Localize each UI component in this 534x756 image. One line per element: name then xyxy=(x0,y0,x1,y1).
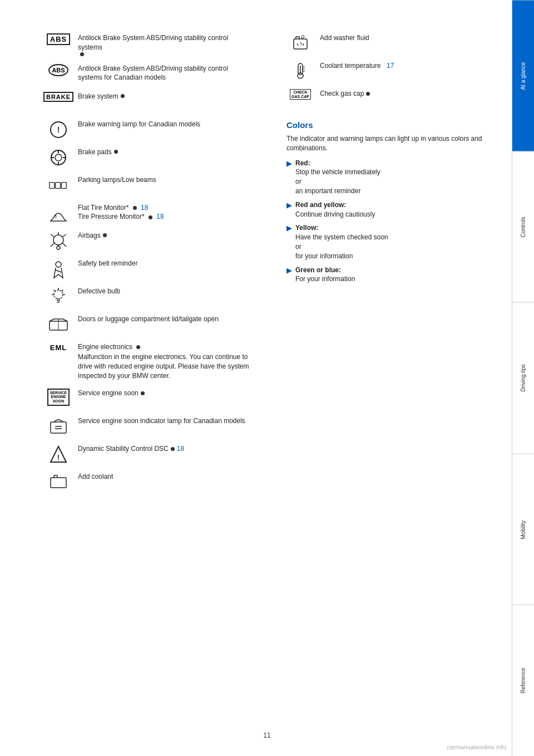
abs-canadian-icon: ABS xyxy=(44,64,72,76)
color-item-yellow: ▶ Yellow: Have the system checked soon o… xyxy=(286,223,495,261)
abs-text: Antilock Brake System ABS/Driving stabil… xyxy=(78,33,253,56)
list-item: Parking lamps/Low beams xyxy=(44,175,253,195)
svg-point-49 xyxy=(298,73,303,78)
airbags-text: Airbags xyxy=(78,231,253,240)
seatbelt-text: Safety belt reminder xyxy=(78,259,253,268)
svg-point-20 xyxy=(56,262,61,267)
washer-fluid-text: Add washer fluid xyxy=(320,33,495,43)
svg-text:!: ! xyxy=(55,214,57,219)
sidebar-tab-reference[interactable]: Reference xyxy=(512,605,534,756)
coolant-temp-icon xyxy=(286,61,314,81)
list-item: Coolant temperature 17 xyxy=(286,61,495,81)
list-item: SERVICEENGINESOON Service engine soon xyxy=(44,389,253,409)
list-item: ! Flat Tire Monitor* 18 Tire Pressure Mo… xyxy=(44,203,253,223)
doors-icon xyxy=(44,315,72,335)
defective-bulb-text: Defective bulb xyxy=(78,287,253,296)
brake-pads-icon xyxy=(44,148,72,168)
svg-rect-36 xyxy=(51,422,66,433)
page-container: ABS Antilock Brake System ABS/Driving st… xyxy=(0,0,534,756)
color-item-red: ▶ Red: Stop the vehicle immediately or a… xyxy=(286,159,495,196)
svg-line-26 xyxy=(62,289,63,291)
list-item: Doors or luggage compartment lid/tailgat… xyxy=(44,315,253,335)
svg-line-13 xyxy=(51,234,54,237)
list-item: EML Engine electronics Malfunction in th… xyxy=(44,342,253,381)
abs-canadian-text: Antilock Brake System ABS/Driving stabil… xyxy=(78,64,253,83)
list-item: CHECKGAS CAP Check gas cap xyxy=(286,89,495,109)
brake-text: Brake system xyxy=(78,92,253,101)
eml-icon: EML xyxy=(44,343,72,352)
svg-rect-10 xyxy=(61,182,66,188)
main-content: ABS Antilock Brake System ABS/Driving st… xyxy=(0,0,512,756)
svg-text:!: ! xyxy=(57,453,60,462)
left-column: ABS Antilock Brake System ABS/Driving st… xyxy=(44,33,264,723)
svg-point-3 xyxy=(55,154,62,161)
airbag-icon xyxy=(44,231,72,251)
eml-text: Engine electronics Malfunction in the en… xyxy=(78,342,253,381)
tire-text: Flat Tire Monitor* 18 Tire Pressure Moni… xyxy=(78,203,253,222)
svg-line-45 xyxy=(297,43,298,46)
svg-point-12 xyxy=(53,235,63,245)
list-item: BRAKE Brake system xyxy=(44,92,253,112)
parking-lamps-icon xyxy=(44,175,72,195)
color-text-green-blue: Green or blue: For your information xyxy=(295,266,355,284)
color-arrow-green-blue: ▶ xyxy=(286,266,292,274)
sidebar-tab-at-a-glance[interactable]: At a glance xyxy=(512,0,534,151)
check-gas-cap-icon: CHECKGAS CAP xyxy=(286,89,314,100)
svg-rect-8 xyxy=(50,182,55,188)
dsc-text: Dynamic Stability Control DSC 18 xyxy=(78,444,253,454)
svg-line-14 xyxy=(51,243,54,247)
washer-fluid-icon xyxy=(286,33,314,53)
parking-lamps-text: Parking lamps/Low beams xyxy=(78,175,253,185)
coolant-temp-text: Coolant temperature 17 xyxy=(320,61,495,71)
svg-line-46 xyxy=(300,42,301,45)
svg-point-18 xyxy=(57,246,60,249)
svg-line-15 xyxy=(63,234,66,237)
brake-warning-canadian-icon: ! xyxy=(44,120,72,140)
color-item-red-yellow: ▶ Red and yellow: Continue driving cauti… xyxy=(286,200,495,219)
seatbelt-icon xyxy=(44,259,72,279)
sidebar-tab-driving-tips[interactable]: Driving tips xyxy=(512,302,534,454)
color-text-red-yellow: Red and yellow: Continue driving cautiou… xyxy=(295,200,375,219)
list-item: Brake pads xyxy=(44,148,253,168)
svg-rect-44 xyxy=(294,39,307,49)
list-item: Add washer fluid xyxy=(286,33,495,53)
defective-bulb-icon xyxy=(44,287,72,307)
list-item: ! Brake warning lamp for Canadian models xyxy=(44,120,253,140)
service-engine-canadian-icon xyxy=(44,416,72,436)
list-item: ! Dynamic Stability Control DSC 18 xyxy=(44,444,253,464)
sidebar-tab-mobility[interactable]: Mobility xyxy=(512,454,534,605)
list-item: Service engine soon indicator lamp for C… xyxy=(44,416,253,436)
sidebar: At a glance Controls Driving tips Mobili… xyxy=(512,0,534,756)
brake-warning-text: Brake warning lamp for Canadian models xyxy=(78,120,253,129)
colors-section: Colors The indicator and warning lamps c… xyxy=(286,120,495,284)
color-item-green-blue: ▶ Green or blue: For your information xyxy=(286,266,495,284)
color-text-red: Red: Stop the vehicle immediately or an … xyxy=(295,159,380,196)
right-column: Add washer fluid Coolant tempera xyxy=(281,33,495,723)
color-text-yellow: Yellow: Have the system checked soon or … xyxy=(295,223,388,261)
check-gas-cap-text: Check gas cap xyxy=(320,89,495,99)
list-item: Add coolant xyxy=(44,472,253,492)
list-item: ABS Antilock Brake System ABS/Driving st… xyxy=(44,33,253,56)
abs-icon: ABS xyxy=(44,33,72,45)
add-coolant-text: Add coolant xyxy=(78,472,253,482)
colors-title: Colors xyxy=(286,120,495,130)
sidebar-tab-controls[interactable]: Controls xyxy=(512,151,534,303)
doors-text: Doors or luggage compartment lid/tailgat… xyxy=(78,315,253,324)
color-arrow-red: ▶ xyxy=(286,159,292,168)
color-arrow-red-yellow: ▶ xyxy=(286,201,292,209)
service-engine-canadian-text: Service engine soon indicator lamp for C… xyxy=(78,416,253,426)
svg-line-47 xyxy=(303,43,304,46)
list-item: Defective bulb xyxy=(44,287,253,307)
svg-line-27 xyxy=(54,289,56,291)
dsc-icon: ! xyxy=(44,444,72,464)
watermark: carmanualsonline.info xyxy=(447,744,506,750)
svg-line-21 xyxy=(56,270,61,272)
tire-icon: ! xyxy=(44,203,72,223)
brake-icon: BRAKE xyxy=(44,92,72,102)
svg-text:!: ! xyxy=(57,125,60,134)
list-item: Airbags xyxy=(44,231,253,251)
colors-intro: The indicator and warning lamps can ligh… xyxy=(286,134,495,153)
svg-rect-9 xyxy=(56,182,61,188)
brake-pads-text: Brake pads xyxy=(78,148,253,157)
page-number: 11 xyxy=(263,732,270,739)
